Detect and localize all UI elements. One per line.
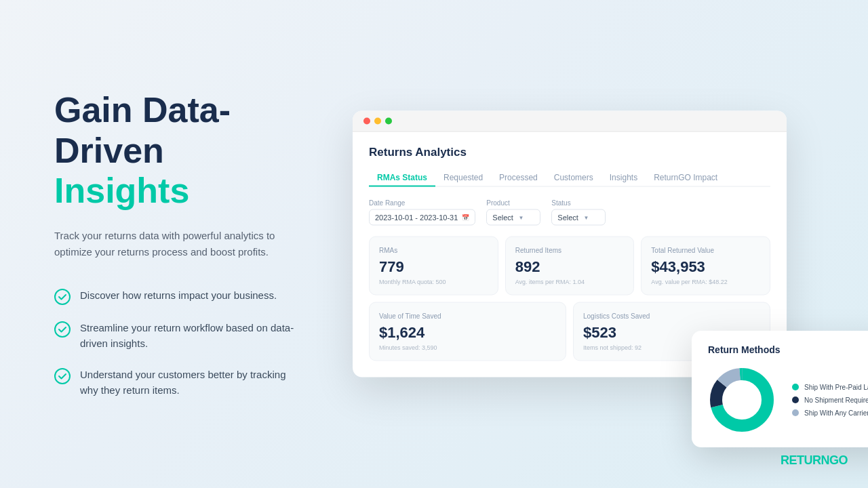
product-label: Product xyxy=(486,199,540,207)
stat-rmas-label: RMAs xyxy=(379,247,488,254)
legend-dot-3 xyxy=(792,409,799,416)
date-range-group: Date Range 2023-10-01 - 2023-10-31 📅 xyxy=(369,199,475,226)
stat-total-value: Total Returned Value $43,953 Avg. value … xyxy=(641,237,770,296)
donut-svg xyxy=(708,366,776,434)
return-methods-content: Ship With Pre-Paid Label No Shipment Req… xyxy=(708,366,868,434)
stat-total-value-sub: Avg. value per RMA: $48.22 xyxy=(651,279,760,285)
legend: Ship With Pre-Paid Label No Shipment Req… xyxy=(792,384,868,417)
browser-bar xyxy=(353,111,787,132)
status-value: Select xyxy=(557,214,578,222)
return-methods-card: Return Methods Ship With Pre-Paid Labe xyxy=(692,331,868,447)
left-panel: Gain Data-Driven Insights Track your ret… xyxy=(0,49,353,439)
stat-returned-items-value: 892 xyxy=(515,258,625,276)
product-value: Select xyxy=(492,214,513,222)
stat-returned-items-label: Returned Items xyxy=(515,247,625,254)
tab-returngo-impact[interactable]: ReturnGO Impact xyxy=(646,169,726,186)
dot-red xyxy=(363,118,370,125)
legend-item-3: Ship With Any Carrier xyxy=(792,409,868,417)
product-select[interactable]: Select ▼ xyxy=(486,209,540,226)
dot-green xyxy=(385,118,392,125)
status-arrow: ▼ xyxy=(583,214,589,220)
legend-label-3: Ship With Any Carrier xyxy=(804,409,868,417)
date-range-label: Date Range xyxy=(369,199,475,207)
logo-text1: RETURN xyxy=(781,453,829,467)
stat-total-value-value: $43,953 xyxy=(651,258,760,276)
feature-item-2: Streamline your return workflow based on… xyxy=(54,320,312,352)
logo-text2: GO xyxy=(829,453,848,467)
check-icon-2 xyxy=(54,321,71,338)
status-group: Status Select ▼ xyxy=(551,199,606,226)
svg-point-6 xyxy=(723,381,761,419)
legend-label-2: No Shipment Required xyxy=(804,396,868,404)
stat-rmas-value: 779 xyxy=(379,258,488,276)
subtitle: Track your returns data with powerful an… xyxy=(54,228,312,260)
legend-item-1: Ship With Pre-Paid Label xyxy=(792,384,868,391)
tab-insights[interactable]: Insights xyxy=(601,169,646,186)
legend-label-1: Ship With Pre-Paid Label xyxy=(804,384,868,391)
tab-rmas-status[interactable]: RMAs Status xyxy=(369,169,435,186)
calendar-icon: 📅 xyxy=(462,214,469,221)
svg-point-2 xyxy=(55,369,70,384)
returngo-logo: RETURNGO xyxy=(781,453,848,468)
check-icon-1 xyxy=(54,289,71,305)
legend-dot-2 xyxy=(792,396,799,403)
stat-time-saved: Value of Time Saved $1,624 Minutes saved… xyxy=(369,302,566,361)
feature-list: Discover how returns impact your busines… xyxy=(54,287,312,398)
analytics-title: Returns Analytics xyxy=(369,146,770,159)
feature-text-2: Streamline your return workflow based on… xyxy=(80,320,304,352)
feature-text-3: Understand your customers better by trac… xyxy=(80,367,304,399)
stat-rmas: RMAs 779 Monthly RMA quota: 500 xyxy=(369,237,498,296)
tab-processed[interactable]: Processed xyxy=(491,169,546,186)
donut-chart xyxy=(708,366,776,434)
feature-item-3: Understand your customers better by trac… xyxy=(54,367,312,399)
filters-row: Date Range 2023-10-01 - 2023-10-31 📅 Pro… xyxy=(369,199,770,226)
status-label: Status xyxy=(551,199,606,207)
return-methods-title: Return Methods xyxy=(708,344,868,355)
tab-requested[interactable]: Requested xyxy=(435,169,491,186)
feature-text-1: Discover how returns impact your busines… xyxy=(80,287,277,303)
status-select[interactable]: Select ▼ xyxy=(551,209,606,226)
stat-total-value-label: Total Returned Value xyxy=(651,247,760,254)
svg-point-1 xyxy=(55,322,70,337)
feature-item-1: Discover how returns impact your busines… xyxy=(54,287,312,305)
right-panel: Returns Analytics RMAs Status Requested … xyxy=(353,0,868,488)
check-icon-3 xyxy=(54,368,71,384)
stat-logistics-saved-label: Logistics Costs Saved xyxy=(583,312,760,320)
stat-time-saved-value: $1,624 xyxy=(379,324,556,342)
product-arrow: ▼ xyxy=(518,214,524,220)
tab-customers[interactable]: Customers xyxy=(546,169,601,186)
stat-returned-items-sub: Avg. items per RMA: 1.04 xyxy=(515,279,625,285)
date-range-value: 2023-10-01 - 2023-10-31 xyxy=(375,214,458,222)
stat-time-saved-sub: Minutes saved: 3,590 xyxy=(379,344,556,351)
stat-returned-items: Returned Items 892 Avg. items per RMA: 1… xyxy=(505,237,635,296)
svg-point-0 xyxy=(55,289,70,304)
tabs: RMAs Status Requested Processed Customer… xyxy=(369,169,770,187)
stat-time-saved-label: Value of Time Saved xyxy=(379,312,556,320)
legend-dot-1 xyxy=(792,384,799,390)
product-group: Product Select ▼ xyxy=(486,199,540,226)
stats-grid: RMAs 779 Monthly RMA quota: 500 Returned… xyxy=(369,237,770,296)
date-range-input[interactable]: 2023-10-01 - 2023-10-31 📅 xyxy=(369,209,475,226)
dot-yellow xyxy=(374,118,381,125)
legend-item-2: No Shipment Required xyxy=(792,396,868,404)
stat-rmas-sub: Monthly RMA quota: 500 xyxy=(379,279,488,285)
headline-line2: Insights xyxy=(54,171,312,211)
headline-line1: Gain Data-Driven xyxy=(54,90,312,171)
